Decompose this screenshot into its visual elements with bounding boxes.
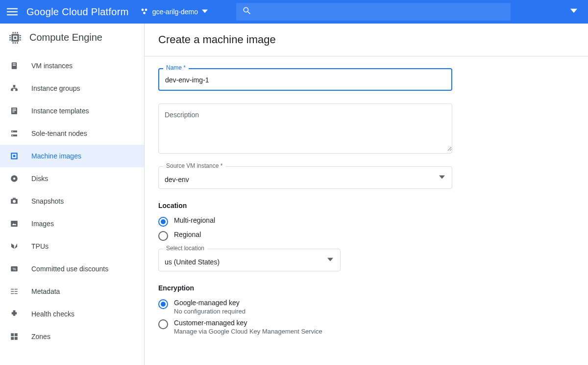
product-header: Compute Engine <box>0 24 144 52</box>
svg-rect-33 <box>12 131 13 132</box>
encryption-radio-google-managed-key[interactable]: Google-managed keyNo configuration requi… <box>158 297 574 317</box>
svg-rect-22 <box>13 64 16 65</box>
search-box[interactable] <box>236 3 511 21</box>
zones-icon <box>9 331 20 342</box>
radio-label: Multi-regional <box>174 216 215 224</box>
select-location-dropdown[interactable]: Select location us (United States) <box>158 249 341 271</box>
svg-rect-10 <box>15 32 16 33</box>
svg-rect-13 <box>15 42 16 44</box>
svg-text:%: % <box>13 267 16 271</box>
svg-rect-53 <box>11 333 14 336</box>
topbar-more-icon[interactable] <box>570 7 577 16</box>
sidebar-item-label: Images <box>31 220 135 228</box>
sidebar-item-label: TPUs <box>31 242 135 250</box>
sidebar-item-label: Machine images <box>31 152 135 160</box>
main-content: Create a machine image Name * Source VM … <box>145 24 588 365</box>
sidebar-item-zones[interactable]: Zones <box>0 325 144 348</box>
description-input[interactable] <box>159 104 452 151</box>
name-input[interactable] <box>159 69 451 90</box>
svg-rect-51 <box>15 293 18 294</box>
sidebar: Compute Engine VM instancesInstance grou… <box>0 24 145 365</box>
vm-instances-icon <box>9 60 20 71</box>
radio-icon <box>158 217 168 227</box>
sidebar-item-label: Sole-tenant nodes <box>31 130 135 137</box>
svg-rect-17 <box>9 39 11 40</box>
svg-rect-9 <box>13 32 14 33</box>
svg-rect-43 <box>11 221 18 227</box>
svg-point-3 <box>141 8 144 11</box>
svg-point-4 <box>145 8 147 11</box>
sidebar-item-disks[interactable]: Disks <box>0 167 144 190</box>
svg-rect-37 <box>13 155 16 157</box>
search-icon <box>242 6 252 18</box>
location-radio-regional[interactable]: Regional <box>158 229 574 243</box>
radio-icon <box>158 231 168 241</box>
sidebar-item-label: VM instances <box>31 62 135 70</box>
sidebar-item-instance-groups[interactable]: Instance groups <box>0 77 144 100</box>
hamburger-menu-icon[interactable] <box>7 6 18 17</box>
svg-rect-0 <box>7 8 18 9</box>
dropdown-icon <box>320 256 340 264</box>
product-title: Compute Engine <box>29 32 102 43</box>
svg-rect-23 <box>13 65 16 66</box>
name-label: Name * <box>163 64 189 71</box>
project-picker[interactable]: gce-arilg-demo <box>141 7 208 17</box>
radio-sublabel: No configuration required <box>174 308 245 315</box>
project-name: gce-arilg-demo <box>152 8 198 16</box>
select-location-value: us (United States) <box>159 249 320 271</box>
location-radio-multi-regional[interactable]: Multi-regional <box>158 214 574 229</box>
encryption-heading: Encryption <box>158 284 574 292</box>
instance-groups-icon <box>9 83 20 94</box>
source-vm-select[interactable]: Source VM instance * dev-env <box>158 166 452 189</box>
location-heading: Location <box>158 202 574 209</box>
svg-point-41 <box>13 200 16 203</box>
disks-icon <box>9 173 20 184</box>
svg-rect-31 <box>12 110 16 111</box>
select-location-label: Select location <box>163 245 207 252</box>
sidebar-item-committed-use-discounts[interactable]: %Committed use discounts <box>0 258 144 280</box>
sidebar-item-metadata[interactable]: Metadata <box>0 280 144 303</box>
svg-rect-16 <box>9 37 11 38</box>
metadata-icon <box>9 286 20 297</box>
source-vm-label: Source VM instance * <box>163 162 225 169</box>
svg-rect-50 <box>15 291 18 292</box>
svg-rect-48 <box>11 293 14 294</box>
sidebar-item-images[interactable]: Images <box>0 212 144 235</box>
svg-rect-1 <box>7 11 18 12</box>
encryption-radio-customer-managed-key[interactable]: Customer-managed keyManage via Google Cl… <box>158 317 574 337</box>
top-app-bar: Google Cloud Platform gce-arilg-demo <box>0 0 588 24</box>
svg-rect-8 <box>14 37 16 39</box>
svg-rect-15 <box>9 35 11 36</box>
svg-rect-28 <box>12 88 17 89</box>
svg-point-5 <box>143 12 146 14</box>
svg-point-39 <box>13 178 16 180</box>
radio-label: Customer-managed key <box>174 319 322 327</box>
sidebar-item-vm-instances[interactable]: VM instances <box>0 54 144 77</box>
sidebar-item-snapshots[interactable]: Snapshots <box>0 190 144 212</box>
sidebar-item-health-checks[interactable]: Health checks <box>0 303 144 325</box>
snapshots-icon <box>9 196 20 207</box>
sidebar-nav: VM instancesInstance groupsInstance temp… <box>0 52 144 348</box>
brand-title: Google Cloud Platform <box>26 6 129 18</box>
project-icon <box>141 7 148 17</box>
svg-rect-30 <box>12 109 16 110</box>
search-input[interactable] <box>257 8 505 16</box>
svg-rect-49 <box>15 289 18 290</box>
svg-rect-26 <box>13 85 16 87</box>
svg-rect-24 <box>11 89 13 91</box>
name-field[interactable]: Name * <box>158 68 452 91</box>
svg-rect-18 <box>20 35 21 36</box>
compute-engine-icon <box>9 31 21 43</box>
sidebar-item-label: Zones <box>31 333 135 340</box>
dropdown-icon <box>432 173 452 182</box>
sidebar-item-tpus[interactable]: TPUs <box>0 235 144 258</box>
sidebar-item-instance-templates[interactable]: Instance templates <box>0 100 144 122</box>
svg-rect-19 <box>20 37 21 38</box>
sidebar-item-machine-images[interactable]: Machine images <box>0 145 144 167</box>
radio-label: Regional <box>174 231 201 238</box>
svg-rect-20 <box>20 39 21 40</box>
description-field[interactable] <box>158 104 452 154</box>
sidebar-item-sole-tenant-nodes[interactable]: Sole-tenant nodes <box>0 122 144 145</box>
svg-rect-25 <box>15 89 18 91</box>
sidebar-item-label: Health checks <box>31 310 135 318</box>
